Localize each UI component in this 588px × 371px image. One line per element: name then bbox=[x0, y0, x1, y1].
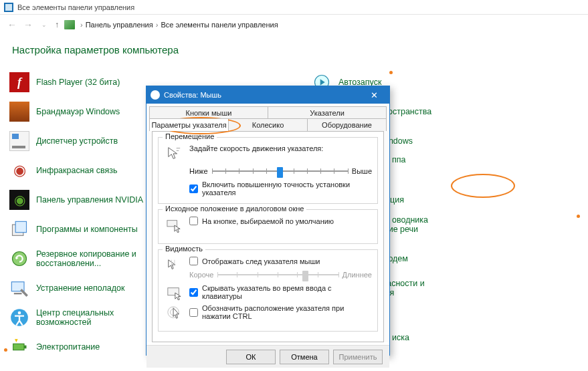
enhance-precision-checkbox[interactable] bbox=[189, 184, 198, 193]
hide-pointer-label: Скрывать указатель во время ввода с клав… bbox=[202, 284, 372, 300]
tab-wheel[interactable]: Колесико bbox=[228, 118, 307, 131]
svg-point-6 bbox=[18, 312, 21, 315]
troubleshoot-icon bbox=[9, 278, 29, 298]
snap-to-checkbox[interactable] bbox=[189, 217, 198, 225]
annotation-dot bbox=[4, 348, 7, 352]
tab-pointer-options[interactable]: Параметры указателя bbox=[149, 118, 228, 131]
speed-label: Задайте скорость движения указателя: bbox=[189, 144, 323, 152]
cp-item-accessibility[interactable]: Центр специальных возможностей bbox=[9, 303, 143, 332]
cp-item-flash[interactable]: fFlash Player (32 бита) bbox=[9, 68, 143, 97]
close-icon[interactable]: ✕ bbox=[363, 90, 385, 100]
slow-label: Ниже bbox=[189, 167, 208, 175]
accessibility-icon bbox=[9, 307, 29, 328]
partial-text-3: иска bbox=[392, 333, 409, 342]
pointer-trail-checkbox[interactable] bbox=[189, 257, 198, 265]
control-panel-icon bbox=[4, 3, 13, 12]
cp-item-backup[interactable]: Резервное копирование и восстановлени... bbox=[9, 244, 143, 273]
window-titlebar: Все элементы панели управления bbox=[0, 0, 588, 15]
tab-hardware[interactable]: Оборудование bbox=[307, 118, 387, 131]
ctrl-locate-icon bbox=[164, 304, 184, 322]
hide-pointer-checkbox[interactable] bbox=[189, 288, 198, 297]
svg-rect-8 bbox=[24, 346, 27, 349]
svg-rect-1 bbox=[15, 221, 26, 232]
cancel-button[interactable]: Отмена bbox=[280, 350, 329, 364]
hide-pointer-icon bbox=[164, 284, 184, 301]
firewall-icon bbox=[9, 102, 29, 122]
group-visibility: Видимость Отображать след указателя мыши… bbox=[158, 249, 378, 332]
backup-icon bbox=[9, 249, 29, 269]
ok-button[interactable]: ОК bbox=[226, 350, 276, 364]
mouse-properties-dialog: Свойства: Мышь ✕ Кнопки мыши Указатели П… bbox=[146, 86, 390, 356]
ctrl-locate-label: Обозначить расположение указателя при на… bbox=[202, 304, 372, 320]
tab-buttons[interactable]: Кнопки мыши bbox=[149, 106, 268, 119]
control-panel-small-icon bbox=[64, 20, 75, 29]
infrared-icon: ◉ bbox=[9, 160, 29, 180]
cp-item-device-manager[interactable]: Диспетчер устройств bbox=[9, 126, 143, 156]
cp-item-troubleshoot[interactable]: Устранение неполадок bbox=[9, 273, 143, 303]
ctrl-locate-checkbox[interactable] bbox=[189, 308, 198, 317]
group-snap-to: Исходное положение в диалоговом окне На … bbox=[158, 209, 378, 244]
page-title: Настройка параметров компьютера bbox=[0, 35, 588, 61]
group-motion: Перемещение Задайте скорость движения ук… bbox=[158, 137, 378, 204]
snap-to-icon bbox=[164, 217, 184, 234]
window-title: Все элементы панели управления bbox=[17, 3, 134, 11]
annotation-dot bbox=[389, 71, 393, 74]
svg-rect-4 bbox=[14, 293, 22, 294]
apply-button[interactable]: Применить bbox=[333, 350, 383, 364]
enhance-precision-label: Включить повышенную точность установки у… bbox=[202, 180, 372, 197]
up-icon[interactable]: ↑ bbox=[55, 20, 59, 29]
back-icon[interactable]: ← bbox=[7, 19, 17, 30]
annotation-dot bbox=[577, 215, 580, 218]
pointer-speed-icon bbox=[164, 144, 184, 162]
cp-item-infrared[interactable]: ◉Инфракрасная связь bbox=[9, 156, 143, 185]
pointer-trail-icon bbox=[164, 257, 184, 274]
dialog-titlebar[interactable]: Свойства: Мышь ✕ bbox=[146, 86, 389, 104]
tab-pointers[interactable]: Указатели bbox=[268, 106, 387, 119]
nvidia-icon: ◉ bbox=[9, 190, 29, 210]
snap-to-label: На кнопке, выбираемой по умолчанию bbox=[202, 217, 334, 225]
breadcrumb[interactable]: › Панель управления › Все элементы панел… bbox=[64, 20, 278, 29]
pointer-trail-slider bbox=[217, 269, 338, 280]
svg-rect-7 bbox=[13, 344, 24, 350]
dialog-title: Свойства: Мышь bbox=[164, 91, 221, 99]
flash-icon: f bbox=[9, 72, 29, 92]
recent-dropdown-icon[interactable]: ⌄ bbox=[39, 21, 50, 28]
trail-short-label: Короче bbox=[189, 271, 213, 279]
cp-item-programs[interactable]: Программы и компоненты bbox=[9, 215, 143, 244]
nav-bar: ← → ⌄ ↑ › Панель управления › Все элемен… bbox=[0, 15, 588, 35]
svg-point-2 bbox=[13, 252, 27, 266]
fast-label: Выше bbox=[352, 167, 372, 175]
partial-text-1: ппа bbox=[392, 155, 406, 164]
power-icon bbox=[9, 337, 29, 357]
tab-body: Перемещение Задайте скорость движения ук… bbox=[152, 131, 384, 342]
programs-icon bbox=[9, 219, 29, 239]
device-manager-icon bbox=[9, 131, 29, 151]
pointer-speed-slider[interactable] bbox=[212, 166, 348, 176]
partial-text-2: оводника bbox=[392, 215, 428, 225]
cp-item-firewall[interactable]: Брандмауэр Windows bbox=[9, 97, 143, 126]
dialog-icon bbox=[151, 90, 160, 100]
cp-item-nvidia[interactable]: ◉Панель управления NVIDIA bbox=[9, 185, 143, 215]
trail-long-label: Длиннее bbox=[342, 271, 372, 279]
pointer-trail-label: Отображать след указателя мыши bbox=[202, 257, 320, 265]
cp-item-power[interactable]: Электропитание bbox=[9, 332, 143, 362]
forward-icon[interactable]: → bbox=[23, 19, 33, 30]
